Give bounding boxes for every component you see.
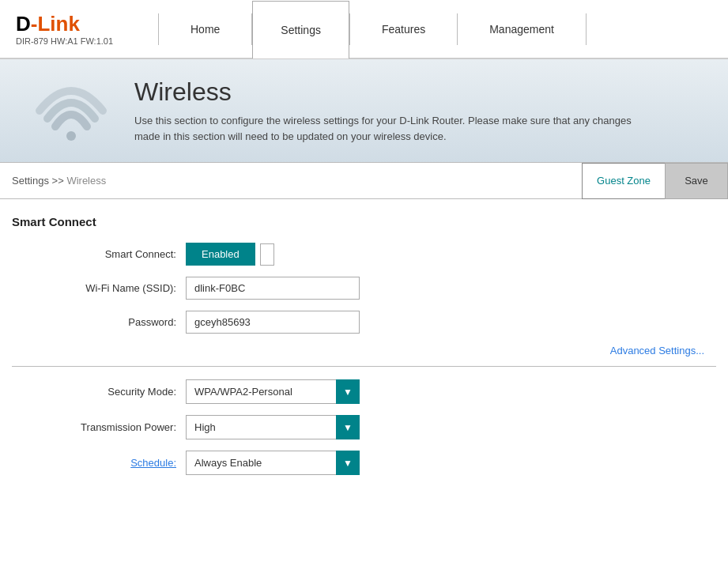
wifi-name-row: Wi-Fi Name (SSID): [12,277,716,300]
password-input[interactable] [186,311,360,334]
schedule-label: Schedule: [12,457,186,469]
smart-connect-toggle[interactable]: Enabled [186,243,255,266]
security-mode-select[interactable]: WPA/WPA2-Personal WPA2-Personal WEP None [186,379,360,404]
save-button[interactable]: Save [665,163,728,199]
security-mode-label: Security Mode: [12,386,186,398]
schedule-select-wrapper: Always Enable Never Custom ▼ [186,451,360,475]
transmission-power-label: Transmission Power: [12,421,186,433]
wifi-name-label: Wi-Fi Name (SSID): [12,282,186,294]
logo-link: -Link [31,12,80,36]
smart-connect-control: Enabled [186,243,360,266]
nav-management[interactable]: Management [458,0,586,58]
nav-links: Home Settings Features Management [158,0,728,58]
advanced-settings-link[interactable]: Advanced Settings... [610,345,704,356]
schedule-link[interactable]: Schedule: [130,457,176,469]
divider [12,366,716,367]
logo-area: D-Link DIR-879 HW:A1 FW:1.01 [0,4,158,54]
password-control [186,311,360,334]
nav-features[interactable]: Features [350,0,457,58]
security-mode-row: Security Mode: WPA/WPA2-Personal WPA2-Pe… [12,379,716,404]
toggle-placeholder [260,243,274,266]
section-title: Smart Connect [12,215,716,228]
security-mode-control: WPA/WPA2-Personal WPA2-Personal WEP None… [186,379,360,404]
password-row: Password: [12,311,716,334]
guest-zone-button[interactable]: Guest Zone [582,163,665,199]
nav-separator-5 [586,13,587,45]
transmission-power-control: High Medium Low ▼ [186,415,360,439]
wifi-icon [24,75,119,146]
smart-connect-label: Smart Connect: [12,248,186,260]
nav-home[interactable]: Home [159,0,251,58]
main-content: Smart Connect Smart Connect: Enabled Wi-… [0,199,728,502]
schedule-select[interactable]: Always Enable Never Custom [186,451,360,475]
breadcrumb-bar: Settings >> Wireless Guest Zone Save [0,163,728,199]
nav-settings[interactable]: Settings [252,1,349,58]
transmission-power-select[interactable]: High Medium Low [186,415,360,439]
password-label: Password: [12,316,186,328]
schedule-row: Schedule: Always Enable Never Custom ▼ [12,451,716,475]
wifi-name-control [186,277,360,300]
wifi-name-input[interactable] [186,277,360,300]
security-mode-select-wrapper: WPA/WPA2-Personal WPA2-Personal WEP None… [186,379,360,404]
hero-title: Wireless [134,77,648,107]
advanced-settings-area: Advanced Settings... [12,345,716,356]
breadcrumb: Settings >> Wireless [0,175,582,187]
smart-connect-row: Smart Connect: Enabled [12,243,716,266]
breadcrumb-current: Wireless [66,175,106,187]
hero-text: Wireless Use this section to configure t… [134,77,648,144]
logo: D-Link [16,12,142,36]
transmission-power-row: Transmission Power: High Medium Low ▼ [12,415,716,439]
breadcrumb-base: Settings >> [12,175,66,187]
logo-subtitle: DIR-879 HW:A1 FW:1.01 [16,36,142,46]
transmission-power-select-wrapper: High Medium Low ▼ [186,415,360,439]
hero-description: Use this section to configure the wirele… [134,113,648,144]
logo-d: D [16,12,31,36]
svg-point-0 [66,131,76,141]
nav-bar: D-Link DIR-879 HW:A1 FW:1.01 Home Settin… [0,0,728,59]
hero-section: Wireless Use this section to configure t… [0,59,728,163]
schedule-control: Always Enable Never Custom ▼ [186,451,360,475]
